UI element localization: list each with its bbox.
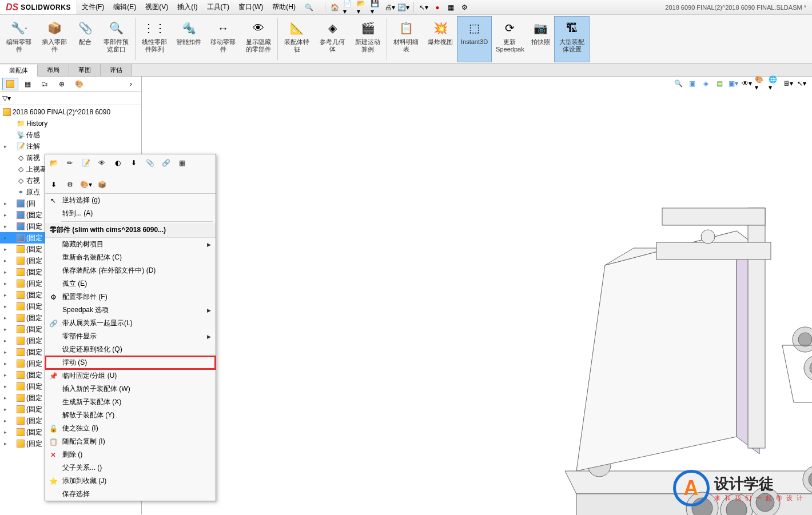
- menu-search[interactable]: 🔍: [300, 0, 318, 14]
- property-tab[interactable]: ▦: [19, 78, 35, 90]
- home-icon[interactable]: 🏠: [329, 1, 341, 14]
- mate-button[interactable]: 📎配合: [72, 16, 98, 62]
- context-menu-item[interactable]: 解散子装配体 (Y): [45, 409, 216, 422]
- assembly-feature-button[interactable]: 📐装配体特征: [279, 16, 315, 62]
- smart-fastener-button[interactable]: 🔩智能扣件: [172, 16, 205, 62]
- ctx-config-icon[interactable]: ⚙: [63, 178, 76, 191]
- reference-geometry-button[interactable]: ◈参考几何体: [315, 16, 350, 62]
- appearance-icon[interactable]: 🎨▾: [755, 78, 766, 89]
- new-icon[interactable]: 📄▾: [343, 1, 355, 14]
- rebuild-icon[interactable]: 🔄▾: [397, 1, 410, 14]
- ctx-isolate-icon[interactable]: ⬇: [128, 157, 140, 169]
- context-menu-item[interactable]: 插入新的子装配体 (W): [45, 382, 216, 396]
- context-menu-item[interactable]: 📋随配合复制 (I): [45, 435, 216, 448]
- context-menu-item[interactable]: 🔓使之独立 (I): [45, 422, 216, 435]
- context-menu-item[interactable]: 📌临时固定/分组 (U): [45, 369, 216, 382]
- context-menu-item[interactable]: 浮动 (S): [45, 356, 216, 369]
- filter-icon[interactable]: ▽▾: [2, 94, 11, 102]
- bom-button[interactable]: 📋材料明细表: [388, 16, 424, 62]
- ctx-color-icon[interactable]: 🎨▾: [79, 178, 92, 191]
- menu-tools[interactable]: 工具(T): [202, 0, 234, 14]
- ctx-transparent-icon[interactable]: ◐: [112, 157, 124, 169]
- view-cube-icon[interactable]: ▣: [686, 78, 698, 89]
- graphics-viewport[interactable]: 🔍 ▣ ◈ ▤ ▣▾ 👁▾ 🎨▾ 🌐▾ 🖥▾ ↖▾: [142, 77, 812, 514]
- move-component-button[interactable]: ↔移动零部件: [205, 16, 241, 62]
- ctx-suppress-icon[interactable]: ⬇: [47, 178, 60, 191]
- speedpak-button[interactable]: ⟳更新Speedpak: [492, 16, 527, 62]
- menu-help[interactable]: 帮助(H): [268, 0, 300, 14]
- display-style-icon[interactable]: ▣▾: [727, 78, 739, 89]
- save-icon[interactable]: 💾▾: [370, 1, 383, 14]
- tree-item[interactable]: 📡传感: [0, 129, 141, 141]
- context-menu-item[interactable]: 隐藏的树项目▶: [45, 238, 216, 251]
- filter-row: ▽▾: [0, 91, 141, 105]
- insert-component-button[interactable]: 📦插入零部件: [37, 16, 72, 62]
- edit-component-button[interactable]: 🔧▫编辑零部件: [1, 16, 37, 62]
- exploded-view-button[interactable]: 💥爆炸视图: [424, 16, 457, 62]
- ctx-material-icon[interactable]: 📦: [95, 178, 108, 191]
- context-menu-item[interactable]: 零部件显示▶: [45, 330, 216, 343]
- print-icon[interactable]: 🖨▾: [384, 1, 396, 14]
- undo-icon[interactable]: ●: [431, 1, 444, 14]
- menu-window[interactable]: 窗口(W): [234, 0, 268, 14]
- ctx-view-icon[interactable]: 👁: [95, 157, 108, 169]
- context-menu-item[interactable]: 保存选择: [45, 488, 216, 501]
- large-assembly-button[interactable]: 🏗大型装配体设置: [554, 16, 590, 62]
- context-menu-item[interactable]: Speedpak 选项▶: [45, 304, 216, 317]
- view-orient-icon[interactable]: ↖▾: [796, 78, 807, 89]
- hide-show-icon[interactable]: 👁▾: [741, 78, 753, 89]
- context-menu-item[interactable]: 设定还原到轻化 (Q): [45, 343, 216, 356]
- context-menu-item[interactable]: 父子关系... (): [45, 461, 216, 474]
- menu-edit[interactable]: 编辑(E): [109, 0, 141, 14]
- linear-pattern-button[interactable]: ⋮⋮线性零部件阵列: [137, 16, 172, 62]
- open-icon[interactable]: 📂▾: [356, 1, 369, 14]
- view-normal-icon[interactable]: ◈: [700, 78, 711, 89]
- view-settings-icon[interactable]: 🖥▾: [782, 78, 794, 89]
- menu-view[interactable]: 视图(V): [141, 0, 173, 14]
- tree-root[interactable]: 2018 6090 FINAL(2)^2018 6090: [0, 106, 141, 118]
- tab-layout[interactable]: 布局: [38, 64, 69, 76]
- expand-tab[interactable]: ›: [123, 78, 139, 90]
- tree-item[interactable]: ▸📝注解: [0, 141, 141, 152]
- menu-file[interactable]: 文件(F): [77, 0, 109, 14]
- svg-rect-11: [656, 242, 771, 260]
- context-menu-item[interactable]: 保存装配体 (在外部文件中) (D): [45, 264, 216, 277]
- context-menu-item[interactable]: ⚙配置零部件 (F): [45, 290, 216, 304]
- tab-evaluate[interactable]: 评估: [101, 64, 132, 76]
- ctx-list-icon[interactable]: ▦: [176, 157, 188, 169]
- indep-icon: 🔓: [49, 424, 58, 433]
- tab-assembly[interactable]: 装配体: [0, 65, 38, 77]
- context-menu-item[interactable]: 生成新子装配体 (X): [45, 396, 216, 409]
- ctx-edit2-icon[interactable]: 📝: [79, 157, 92, 169]
- context-menu-item[interactable]: ✕删除 (): [45, 448, 216, 461]
- tree-item[interactable]: 📁History: [0, 118, 141, 129]
- menu-insert[interactable]: 插入(I): [173, 0, 202, 14]
- context-menu-item[interactable]: ↖逆转选择 (g): [45, 194, 216, 207]
- section-icon[interactable]: ▤: [714, 78, 725, 89]
- context-menu-item[interactable]: 孤立 (E): [45, 277, 216, 290]
- display-tab[interactable]: 🎨: [71, 78, 87, 90]
- motion-study-button[interactable]: 🎬新建运动算例: [350, 16, 385, 62]
- dimxpert-tab[interactable]: ⊕: [54, 78, 70, 90]
- snapshot-button[interactable]: 📷拍快照: [527, 16, 554, 62]
- scene-icon[interactable]: 🌐▾: [769, 78, 780, 89]
- context-menu-item[interactable]: 重新命名装配体 (C): [45, 251, 216, 264]
- options-icon[interactable]: ▦: [445, 1, 457, 14]
- config-tab[interactable]: 🗂: [37, 78, 53, 90]
- show-hidden-button[interactable]: 👁显示隐藏的零部件: [241, 16, 276, 62]
- context-menu-item[interactable]: 🔗带从属关系一起显示(L): [45, 317, 216, 330]
- settings-icon[interactable]: ⚙: [459, 1, 471, 14]
- preview-window-button[interactable]: 🔍零部件预览窗口: [98, 16, 134, 62]
- ctx-mate-icon[interactable]: 📎: [144, 157, 156, 169]
- instant3d-button[interactable]: ⬚Instant3D: [457, 16, 492, 62]
- watermark-title: 设计学徒: [714, 474, 804, 494]
- ctx-open-icon[interactable]: 📂: [47, 157, 60, 169]
- tab-sketch[interactable]: 草图: [69, 64, 101, 76]
- ctx-clip-icon[interactable]: 🔗: [160, 157, 172, 169]
- zoom-fit-icon[interactable]: 🔍: [672, 78, 684, 89]
- context-menu-item[interactable]: 转到... (A): [45, 207, 216, 220]
- feature-tree-tab[interactable]: [2, 78, 18, 90]
- ctx-edit-icon[interactable]: ✏: [63, 157, 76, 169]
- context-menu-item[interactable]: ⭐添加到收藏 (J): [45, 474, 216, 488]
- select-icon[interactable]: ↖▾: [417, 1, 430, 14]
